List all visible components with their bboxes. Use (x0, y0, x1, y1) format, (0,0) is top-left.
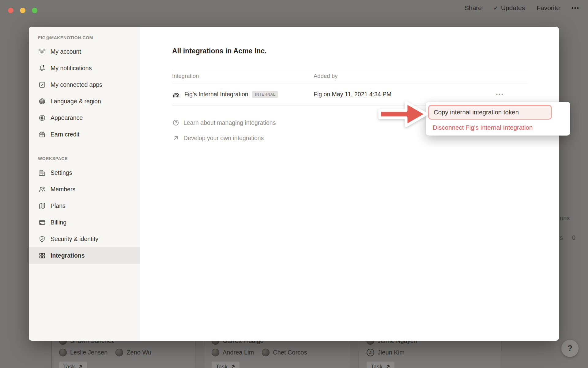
koala-avatar-icon (38, 48, 46, 56)
building-icon (38, 169, 46, 177)
member: Zeno Wu (115, 349, 151, 356)
integrations-table: Integration Added by Fig's Internal Inte… (172, 69, 528, 105)
task-label: Task (371, 363, 383, 368)
help-circle-icon (172, 119, 179, 126)
sidebar-item-settings[interactable]: Settings (29, 164, 140, 181)
sidebar-item-my-notifications[interactable]: My notifications (29, 60, 140, 76)
sidebar-item-integrations[interactable]: Integrations (29, 247, 140, 264)
workspace-header: WORKSPACE (38, 156, 68, 161)
settings-dialog: FIG@MAKENOTION.COM My account My notific… (29, 27, 559, 341)
sidebar-item-label: Plans (51, 202, 66, 209)
table-header-row: Integration Added by (172, 69, 528, 83)
person-name: Andrea Lim (223, 349, 254, 356)
develop-integrations-link[interactable]: Develop your own integrations (172, 130, 276, 146)
account-nav: My account My notifications My connected… (29, 43, 140, 143)
task-chip: Task (367, 362, 394, 368)
sidebar-item-label: My account (51, 48, 81, 55)
link-label: Learn about managing integrations (183, 119, 276, 126)
sidebar-item-plans[interactable]: Plans (29, 197, 140, 214)
card-members-row: J Jieun Kim (367, 349, 409, 356)
sidebar-item-label: My notifications (51, 65, 92, 72)
person-name: Zeno Wu (126, 349, 151, 356)
internal-badge: INTERNAL (252, 91, 278, 98)
sidebar-item-label: Members (51, 186, 75, 193)
member: Leslie Jensen (59, 349, 107, 356)
sidebar-item-label: Earn credit (51, 131, 79, 138)
link-label: Develop your own integrations (183, 135, 264, 142)
workspace-nav: Settings Members Plans Billing (29, 164, 140, 264)
moon-circle-icon (38, 114, 46, 122)
sidebar-item-security-identity[interactable]: Security & identity (29, 231, 140, 247)
avatar (262, 349, 270, 356)
sidebar-item-label: Settings (51, 169, 72, 176)
more-options-button[interactable]: ••• (571, 5, 579, 11)
sidebar-item-earn-credit[interactable]: Earn credit (29, 126, 140, 143)
avatar (59, 349, 67, 356)
sidebar-item-label: Appearance (51, 114, 83, 121)
gift-icon (38, 130, 46, 138)
hammer-icon (230, 364, 236, 368)
column-header-added-by: Added by (314, 73, 528, 79)
integrations-panel: All integrations in Acme Inc. Integratio… (140, 27, 559, 341)
updates-button[interactable]: ✓ Updates (493, 4, 525, 12)
sidebar-item-label: Integrations (51, 252, 85, 259)
task-chip: Task (59, 362, 87, 368)
task-label: Task (63, 363, 75, 368)
sidebar-item-my-connected-apps[interactable]: My connected apps (29, 76, 140, 93)
credit-card-icon (38, 218, 46, 226)
avatar (212, 349, 219, 356)
sidebar-item-label: Security & identity (51, 236, 98, 243)
sidebar-item-language-region[interactable]: Language & region (29, 93, 140, 109)
sidebar-item-label: Billing (51, 219, 66, 226)
member: Chet Corcos (262, 349, 307, 356)
member: J Jieun Kim (367, 349, 405, 356)
zoom-window-button[interactable] (32, 8, 37, 13)
arrow-up-right-box-icon (38, 81, 46, 89)
shield-check-icon (38, 235, 46, 243)
ellipsis-icon: ••• (571, 5, 579, 11)
settings-sidebar: FIG@MAKENOTION.COM My account My notific… (29, 27, 140, 341)
person-name: Jieun Kim (378, 349, 405, 356)
close-window-button[interactable] (8, 8, 13, 13)
card-members-row: Andrea Lim Chet Corcos (212, 349, 311, 356)
favorite-button[interactable]: Favorite (537, 4, 560, 12)
hammer-icon (385, 364, 390, 368)
fragment-count: 0 (572, 234, 575, 241)
sidebar-item-label: Language & region (51, 98, 101, 105)
background-text-fragment: s 0 (560, 234, 575, 241)
share-button[interactable]: Share (465, 4, 482, 12)
avatar-initial: J (367, 349, 374, 356)
sidebar-item-my-account[interactable]: My account (29, 43, 140, 60)
sidebar-item-members[interactable]: Members (29, 181, 140, 197)
hammer-icon (78, 364, 83, 368)
learn-managing-integrations-link[interactable]: Learn about managing integrations (172, 115, 276, 130)
sidebar-item-billing[interactable]: Billing (29, 214, 140, 231)
globe-icon (38, 97, 46, 105)
page-title: All integrations in Acme Inc. (172, 47, 266, 55)
task-label: Task (216, 363, 228, 368)
background-text-fragment: nns (560, 215, 570, 222)
minimize-window-button[interactable] (20, 8, 25, 13)
sidebar-item-label: My connected apps (51, 81, 102, 88)
share-label: Share (465, 4, 482, 12)
person-name: Leslie Jensen (70, 349, 107, 356)
disconnect-integration-menu-item[interactable]: Disconnect Fig's Internal Integration (426, 121, 570, 132)
person-name: Chet Corcos (273, 349, 307, 356)
top-toolbar: Share ✓ Updates Favorite ••• (465, 4, 579, 12)
card-members-row: Leslie Jensen Zeno Wu (59, 349, 156, 356)
updates-label: Updates (501, 4, 525, 12)
annotation-arrow-icon (378, 99, 428, 129)
added-by-value: Fig on May 11, 2021 4:34 PM (314, 91, 391, 98)
bell-icon (38, 64, 46, 72)
favorite-label: Favorite (537, 4, 560, 12)
check-icon: ✓ (493, 5, 498, 12)
fragment-letter: s (560, 234, 563, 241)
account-email-header: FIG@MAKENOTION.COM (38, 35, 93, 40)
help-button: ? (561, 340, 579, 357)
copy-internal-token-menu-item[interactable]: Copy internal integration token (428, 105, 552, 120)
avatar (115, 349, 123, 356)
row-more-options-button[interactable]: ••• (496, 91, 504, 98)
map-icon (38, 202, 46, 210)
sidebar-item-appearance[interactable]: Appearance (29, 109, 140, 126)
people-icon (38, 185, 46, 193)
